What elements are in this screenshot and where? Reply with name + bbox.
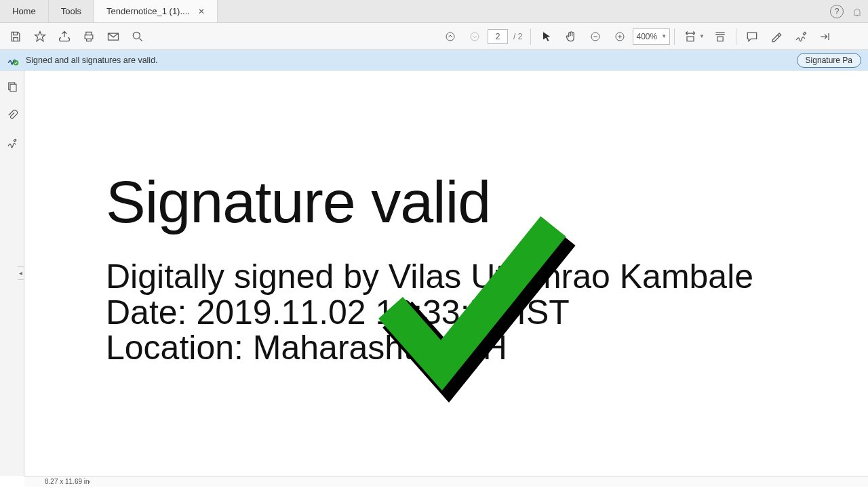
thumbnails-icon[interactable] xyxy=(4,79,20,95)
document-viewport[interactable]: Signature valid Digitally signed by Vila… xyxy=(24,70,868,476)
zoom-value: 400% xyxy=(636,32,657,41)
tab-tools-label: Tools xyxy=(61,6,81,16)
tab-document[interactable]: Tendernotice_1 (1).... ✕ xyxy=(94,0,218,22)
signatures-icon[interactable] xyxy=(4,136,20,152)
signature-block: Signature valid Digitally signed by Vila… xyxy=(106,172,818,366)
status-bar: 8.27 x 11.69 in ‹ xyxy=(24,476,868,487)
divider xyxy=(736,28,736,45)
svg-point-1 xyxy=(446,33,454,41)
zoom-in-button[interactable] xyxy=(608,25,631,48)
signature-message-bar: Signed and all signatures are valid. Sig… xyxy=(0,50,868,70)
tab-tools[interactable]: Tools xyxy=(49,0,94,22)
help-icon[interactable]: ? xyxy=(830,5,844,18)
zoom-level-select[interactable]: 400% ▼ xyxy=(633,28,670,45)
scroll-left-icon[interactable]: ‹ xyxy=(85,478,94,486)
svg-rect-7 xyxy=(10,84,16,92)
star-button[interactable] xyxy=(28,25,52,48)
attachments-icon[interactable] xyxy=(4,107,20,123)
page-down-button[interactable] xyxy=(463,25,486,48)
collapse-sidebar-icon[interactable]: ◄ xyxy=(18,266,24,280)
signature-message-text: Signed and all signatures are valid. xyxy=(26,56,158,65)
tab-home-label: Home xyxy=(12,6,36,16)
svg-point-0 xyxy=(133,32,140,39)
sign-button[interactable] xyxy=(789,25,812,48)
page-dimensions: 8.27 x 11.69 in xyxy=(45,478,90,485)
page-number-input[interactable] xyxy=(488,29,508,44)
signature-title: Signature valid xyxy=(106,172,818,232)
divider xyxy=(674,28,675,45)
close-icon[interactable]: ✕ xyxy=(198,7,205,16)
signature-panel-button[interactable]: Signature Pa xyxy=(797,53,861,68)
toolbar: / 2 400% ▼ ▼ xyxy=(0,23,868,50)
svg-point-2 xyxy=(471,33,479,41)
tab-document-label: Tendernotice_1 (1).... xyxy=(106,6,190,16)
signature-date: Date: 2019.11.02 16:33:51 IST xyxy=(106,295,818,331)
notification-icon[interactable] xyxy=(852,5,863,18)
chevron-down-icon: ▼ xyxy=(661,33,667,39)
hand-tool[interactable] xyxy=(559,25,583,48)
more-tools-button[interactable] xyxy=(814,25,837,48)
comment-button[interactable] xyxy=(741,25,764,48)
signature-signer: Digitally signed by Vilas Uttamrao Kamba… xyxy=(106,259,818,295)
tab-bar: Home Tools Tendernotice_1 (1).... ✕ ? xyxy=(0,0,868,23)
email-button[interactable] xyxy=(102,25,125,48)
divider xyxy=(530,28,531,45)
print-button[interactable] xyxy=(77,25,100,48)
left-sidebar: ◄ xyxy=(0,70,24,476)
fit-page-button[interactable] xyxy=(709,25,732,48)
signature-valid-icon xyxy=(7,54,19,66)
chevron-down-icon[interactable]: ▼ xyxy=(699,33,705,39)
page-up-button[interactable] xyxy=(439,25,462,48)
page-total-label: / 2 xyxy=(509,32,526,41)
search-button[interactable] xyxy=(126,25,149,48)
upload-button[interactable] xyxy=(53,25,76,48)
fit-width-button[interactable] xyxy=(679,25,702,48)
save-button[interactable] xyxy=(4,25,27,48)
svg-point-5 xyxy=(14,60,19,66)
signature-location: Location: Maharashtra-MH xyxy=(106,330,818,366)
tab-home[interactable]: Home xyxy=(0,0,49,22)
select-tool[interactable] xyxy=(535,25,558,48)
highlight-button[interactable] xyxy=(765,25,788,48)
zoom-out-button[interactable] xyxy=(584,25,607,48)
